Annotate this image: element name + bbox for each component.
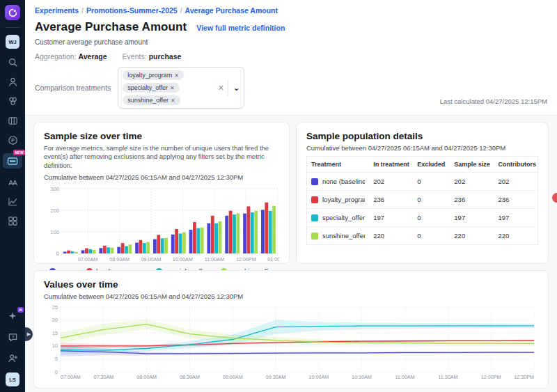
svg-text:08:00AM: 08:00AM [136, 374, 157, 380]
help-chat-icon[interactable]: ? [6, 331, 19, 343]
treatment-color-swatch [311, 196, 318, 203]
svg-text:0: 0 [55, 369, 58, 375]
table-cell: 236 [450, 191, 494, 209]
svg-text:12:00PM: 12:00PM [481, 374, 501, 380]
table-header: Treatment [307, 157, 370, 173]
svg-text:11:00AM: 11:00AM [395, 374, 414, 380]
table-header: In treatment [369, 157, 413, 173]
sample-size-title: Sample size over time [44, 131, 279, 141]
population-table: TreatmentIn treatmentExcludedSample size… [306, 156, 538, 245]
breadcrumb-separator: / [81, 6, 84, 15]
workspace-avatar[interactable]: WJ [6, 35, 19, 49]
svg-text:300: 300 [50, 186, 59, 192]
invite-user-icon[interactable] [6, 352, 19, 364]
treatment-name: sunshine_offer [322, 232, 365, 240]
treatment-color-swatch [311, 214, 318, 221]
breadcrumb-item[interactable]: Average Purchase Amount [185, 6, 278, 15]
chevron-down-icon[interactable]: ⌄ [233, 86, 240, 91]
users-icon[interactable] [6, 75, 19, 88]
sidebar-divider [5, 27, 20, 28]
svg-text:08:30AM: 08:30AM [180, 374, 200, 380]
breadcrumb[interactable]: Experiments/Promotions-Summer-2025/Avera… [35, 6, 547, 15]
treatment-chip[interactable]: sunshine_offer✕ [123, 95, 180, 105]
table-cell: 0 [413, 209, 450, 227]
svg-text:200: 200 [50, 207, 59, 214]
treatment-name: none (baseline) [322, 178, 365, 185]
clear-all-icon[interactable]: ✕ [218, 84, 224, 93]
svg-text:5: 5 [55, 356, 58, 362]
treatment-chip-label: specialty_offer [127, 84, 168, 91]
table-row: sunshine_offer2200220220 [307, 227, 538, 245]
sample-size-description: For average metrics, sample size is the … [44, 144, 279, 170]
table-cell: 220 [494, 227, 538, 245]
table-row: specialty_offer1970197197 [307, 209, 538, 227]
svg-text:07:00AM: 07:00AM [61, 374, 81, 380]
svg-text:07:00AM: 07:00AM [78, 256, 98, 262]
apps-grid-icon[interactable] [6, 214, 19, 227]
svg-text:12:00PM: 12:00PM [236, 256, 256, 262]
table-cell: 0 [413, 191, 450, 209]
new-badge: NEW [13, 150, 25, 155]
breadcrumb-item[interactable]: Experiments [35, 6, 79, 15]
svg-text:15: 15 [52, 330, 58, 336]
treatment-select[interactable]: loyalty_program✕specialty_offer✕sunshine… [118, 67, 244, 109]
treatment-chip[interactable]: specialty_offer✕ [123, 83, 180, 93]
treatment-chip-label: sunshine_offer [127, 97, 168, 104]
aggregation-label: Aggregation: [35, 52, 77, 61]
table-cell: 0 [413, 173, 450, 191]
svg-text:12:30PM: 12:30PM [514, 374, 534, 380]
last-calculated-text: Last calculated 04/27/2025 12:15PM [440, 97, 547, 105]
svg-text:100: 100 [50, 229, 59, 235]
svg-text:10: 10 [52, 343, 58, 349]
floating-alert-dot[interactable] [552, 193, 557, 203]
view-metric-definition-link[interactable]: View full metric definition [196, 24, 285, 32]
table-header: Contributors [494, 157, 538, 173]
table-header: Excluded [413, 157, 450, 173]
table-cell: 236 [494, 191, 538, 209]
breadcrumb-item[interactable]: Promotions-Summer-2025 [86, 6, 178, 15]
statsig-logo-icon[interactable] [5, 5, 20, 20]
svg-text:10:30AM: 10:30AM [352, 374, 372, 380]
table-cell: 220 [369, 227, 413, 245]
events-value: purchase [149, 52, 182, 61]
treatment-color-swatch [311, 178, 318, 185]
treatment-chips: loyalty_program✕specialty_offer✕sunshine… [123, 70, 214, 105]
sidebar-item-metrics-active[interactable]: NEW [3, 153, 22, 168]
svg-text:07:30AM: 07:30AM [93, 374, 113, 380]
page-title: Average Purchase Amount [35, 20, 187, 34]
segments-icon[interactable] [6, 95, 19, 107]
chip-remove-icon[interactable]: ✕ [174, 72, 179, 79]
population-title: Sample population details [306, 131, 538, 141]
table-cell: 202 [369, 173, 413, 191]
table-header: Sample size [450, 157, 494, 173]
svg-text:10:00AM: 10:00AM [173, 256, 193, 262]
line-chart-icon[interactable] [6, 195, 19, 207]
breadcrumb-separator: / [180, 6, 182, 15]
svg-text:09:00AM: 09:00AM [141, 256, 162, 262]
table-cell: 197 [450, 209, 494, 227]
select-divider [228, 79, 228, 96]
user-avatar[interactable]: LS [6, 373, 19, 386]
sample-size-cumulative: Cumulative between 04/27/2025 06:15AM an… [44, 173, 279, 181]
experiments-icon[interactable] [6, 175, 19, 188]
ai-badge: AI [17, 307, 24, 313]
chip-remove-icon[interactable]: ✕ [170, 85, 175, 91]
treatment-chip[interactable]: loyalty_program✕ [123, 70, 184, 80]
values-title: Values over time [44, 279, 538, 290]
table-cell: 220 [450, 227, 494, 245]
table-cell: 236 [369, 191, 413, 209]
pulse-icon[interactable]: P [6, 134, 19, 146]
main-panel: Experiments/Promotions-Summer-2025/Avera… [25, 0, 557, 392]
columns-icon[interactable] [6, 114, 19, 127]
ai-assistant-icon[interactable]: AI [6, 310, 19, 322]
treatment-color-swatch [311, 233, 318, 240]
table-cell: 197 [369, 209, 413, 227]
chip-remove-icon[interactable]: ✕ [171, 97, 175, 104]
aggregation-row: Aggregation:Average Events:purchase [35, 52, 547, 61]
svg-text:09:30AM: 09:30AM [266, 374, 286, 380]
svg-text:25: 25 [52, 304, 58, 311]
svg-text:10:00AM: 10:00AM [309, 374, 329, 380]
values-cumulative: Cumulative between 04/27/2025 06:15AM an… [44, 292, 538, 300]
page-header: Experiments/Promotions-Summer-2025/Avera… [25, 0, 557, 116]
search-icon[interactable] [6, 56, 19, 68]
